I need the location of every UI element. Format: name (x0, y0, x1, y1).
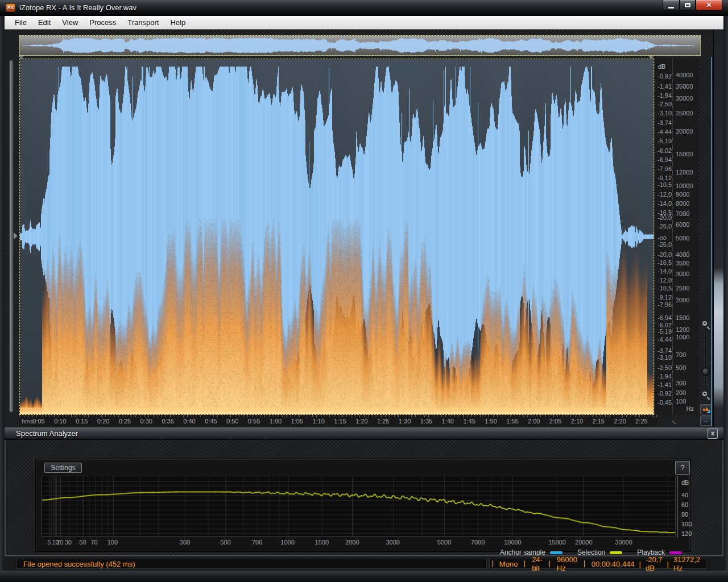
vertical-scrollbar[interactable] (9, 60, 14, 413)
time-ruler-label: 0:20 (94, 418, 113, 425)
separator-pipe: | (639, 560, 641, 568)
time-ruler-label: 0:45 (201, 418, 221, 425)
spectrum-analyzer-panel: Spectrum Analyzer x Settings ? dB 406080… (5, 427, 723, 556)
amplitude-ruler[interactable]: dB -0,92-1,41-1,94-2,50-3,10-3,74-4,44-5… (654, 59, 672, 415)
spectrum-analyzer-body: Settings ? dB 406080100120 5102030507010… (5, 440, 723, 556)
hz-scale-label: 12000 (676, 169, 693, 176)
db-scale-label: -1,41 (657, 381, 672, 388)
spectrum-db-axis: dB 406080100120 (677, 476, 700, 538)
db-scale-label: -12,0 (657, 191, 672, 198)
time-ruler-label: 0:25 (115, 418, 134, 425)
maximize-button[interactable] (680, 0, 696, 11)
frequency-ruler[interactable]: Hz 4000035000300002500020000150001200010… (672, 59, 698, 415)
db-scale-label: -5,19 (657, 138, 672, 144)
window-border-bottom (0, 571, 728, 582)
time-ruler-label: 0:30 (136, 418, 156, 425)
spectrogram-canvas[interactable] (20, 59, 653, 414)
db-scale-label: -10,5 (657, 285, 672, 292)
time-ruler-label: 2:05 (546, 418, 565, 425)
db-scale-label: -0,45 (657, 399, 672, 406)
resize-handle-icon[interactable]: ↔ (669, 416, 681, 427)
selection-handle-right-icon[interactable] (648, 56, 654, 60)
minimize-icon (668, 7, 674, 9)
db-scale-label: -5,19 (657, 328, 672, 335)
hz-scale-label: 35000 (676, 83, 693, 90)
db-scale-label: -4,44 (657, 336, 672, 343)
spectrum-analyzer-titlebar[interactable]: Spectrum Analyzer x (5, 427, 723, 440)
menu-item-transport[interactable]: Transport (122, 17, 164, 28)
spectrum-db-tick-label: 40 (681, 492, 688, 498)
selection-handle-left-icon[interactable] (18, 56, 24, 60)
hz-ruler-footer: Hz (686, 405, 694, 412)
zoom-slider-track[interactable] (705, 332, 706, 387)
overview-waveform-canvas[interactable] (20, 36, 700, 55)
zoom-in-button[interactable]: + (702, 321, 709, 328)
db-scale-label: -16,5 (657, 259, 672, 266)
window-border-left (0, 16, 5, 582)
menu-item-file[interactable]: File (9, 17, 32, 28)
legend-item: Anchor sample (500, 548, 562, 556)
cursor-frequency: 31272,2 Hz (673, 555, 700, 572)
menu-item-process[interactable]: Process (84, 17, 122, 28)
time-ruler-label: 0:05 (29, 418, 48, 425)
hz-scale-label: 10000 (676, 182, 693, 189)
zoom-out-button[interactable]: − (702, 392, 709, 398)
overview-waveform[interactable] (19, 35, 701, 56)
hz-scale-label: 5000 (676, 235, 689, 242)
db-scale-label: -20,0 (657, 251, 672, 258)
db-scale-label: -4,44 (657, 128, 672, 135)
hz-scale-label: 3500 (676, 260, 689, 267)
spectrum-analyzer-inner: Settings ? dB 406080100120 5102030507010… (35, 459, 690, 552)
sample-rate: 96000 Hz (557, 555, 577, 572)
zoom-in-icon: + (702, 321, 707, 326)
time-ruler[interactable]: hms 0:050:100:150:200:250:300:350:400:45… (19, 415, 657, 426)
app-icon: RX (6, 3, 15, 12)
spectrum-freq-tick-label: 300 (180, 539, 190, 546)
legend-swatch (550, 551, 562, 554)
spectrogram-display[interactable] (19, 59, 654, 415)
settings-button[interactable]: Settings (44, 463, 82, 473)
db-ruler-header: dB (658, 63, 665, 70)
zoom-in-icon-handle (707, 326, 710, 330)
close-button[interactable]: ✕ (696, 0, 722, 11)
menu-item-edit[interactable]: Edit (32, 17, 56, 28)
db-scale-label: -12,0 (657, 277, 672, 284)
time-ruler-label: 2:15 (589, 418, 608, 425)
hz-scale-label: 200 (676, 389, 686, 396)
menu-item-help[interactable]: Help (164, 17, 191, 28)
cursor-time: 00:00:40.444 (592, 560, 635, 568)
title-bar[interactable]: RX iZotope RX - A Is It Really Over.wav … (0, 0, 728, 16)
minimize-button[interactable] (663, 0, 680, 11)
spectrum-db-tick-label: 100 (681, 521, 692, 527)
db-scale-label: -26,0 (657, 223, 672, 230)
spectrum-freq-tick-label: 50 (79, 539, 86, 546)
spectrum-graph-canvas[interactable] (42, 476, 676, 537)
time-ruler-label: 0:50 (223, 418, 242, 425)
hz-scale-label: 20000 (676, 128, 693, 135)
spectrum-freq-tick-label: 10000 (504, 539, 522, 546)
playhead-marker-icon[interactable] (14, 232, 18, 239)
hz-scale-label: 7000 (676, 210, 689, 217)
db-scale-label: -2,50 (657, 364, 672, 371)
time-ruler-label: 1:20 (352, 418, 371, 425)
hz-scale-label: 1000 (676, 334, 689, 340)
db-scale-label: -10,5 (657, 181, 672, 188)
db-scale-label: -3,10 (657, 354, 672, 361)
spectrogram-waveform-toggle-button[interactable] (700, 404, 712, 414)
hz-scale-label: 500 (676, 364, 686, 371)
fit-horizontal-button[interactable]: ↔ (700, 415, 712, 426)
db-scale-label: -9,12 (657, 174, 672, 181)
channel-mode: Mono (499, 560, 518, 568)
status-bar: File opened successfully (452 ms) Mono 2… (5, 556, 723, 571)
db-scale-label: -3,10 (657, 110, 672, 117)
menu-item-view[interactable]: View (56, 17, 84, 28)
spectrum-freq-tick-label: 20000 (575, 539, 593, 546)
time-ruler-label: 0:55 (245, 418, 264, 425)
help-button[interactable]: ? (675, 461, 690, 475)
spectrum-db-header: dB (681, 479, 689, 486)
spectrum-freq-axis: 5102030507010030050070010001500200030005… (42, 539, 676, 547)
status-message-field: File opened successfully (452 ms) (16, 559, 487, 569)
zoom-slider-knob[interactable] (702, 368, 710, 376)
spectrum-freq-tick-label: 15000 (548, 539, 566, 546)
spectrum-analyzer-close-button[interactable]: x (708, 429, 718, 439)
